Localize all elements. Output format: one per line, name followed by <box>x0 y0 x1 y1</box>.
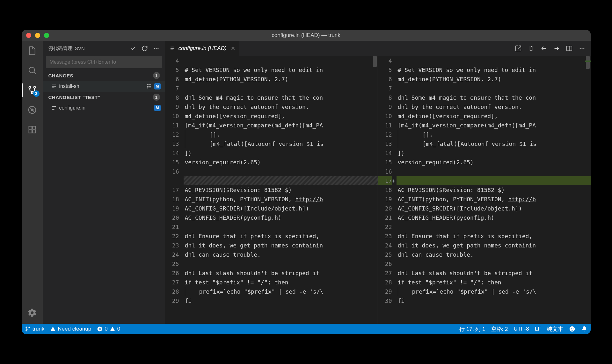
editor-tab-configure-in[interactable]: configure.in (HEAD) <box>165 41 240 56</box>
scm-sidebar: 源代码管理: SVN CHANGES 1 ins <box>43 41 165 324</box>
file-status-badge: M <box>154 83 161 89</box>
maximize-window-button[interactable] <box>44 33 49 38</box>
changes-label: CHANGES <box>48 73 153 78</box>
svg-point-10 <box>154 48 155 49</box>
commit-action-icon[interactable] <box>129 44 138 53</box>
svg-rect-9 <box>33 130 35 133</box>
editor-actions <box>510 41 591 56</box>
svg-point-14 <box>147 86 148 87</box>
language-indicator[interactable]: 纯文本 <box>547 325 563 333</box>
changelist-count-badge: 1 <box>153 94 160 101</box>
file-name: install-sh <box>59 83 143 89</box>
refresh-action-icon[interactable] <box>140 44 149 53</box>
titlebar: configure.in (HEAD) — trunk <box>22 30 591 41</box>
file-status-badge: M <box>154 105 161 111</box>
left-gutter: 4567891011121314151617181920212223242526… <box>165 56 184 324</box>
close-tab-icon[interactable] <box>230 45 236 52</box>
svg-point-5 <box>31 109 33 111</box>
split-editor-icon[interactable] <box>565 44 573 53</box>
editor-tabs: configure.in (HEAD) <box>165 41 591 56</box>
svg-point-18 <box>581 48 582 49</box>
encoding-indicator[interactable]: UTF-8 <box>514 326 529 332</box>
more-editor-actions-icon[interactable] <box>578 44 586 53</box>
svg-point-2 <box>33 86 35 88</box>
statusbar: trunk Need cleanup 0 0 行 17, 列 1 空格: 2 U… <box>22 324 591 334</box>
svg-point-15 <box>147 88 148 88</box>
file-row-install-sh[interactable]: install-sh M <box>43 81 165 92</box>
settings-gear-icon[interactable] <box>27 307 38 318</box>
changelist-label: CHANGELIST "TEST" <box>48 95 153 100</box>
close-window-button[interactable] <box>26 33 31 38</box>
svg-rect-7 <box>33 126 35 129</box>
activity-bar: 2 <box>22 41 43 324</box>
diff-right-pane[interactable]: 4567891011121314151617+18192021222324252… <box>378 56 591 324</box>
branch-indicator[interactable]: trunk <box>25 326 45 332</box>
feedback-icon[interactable] <box>569 326 575 332</box>
tab-label: configure.in (HEAD) <box>178 45 227 52</box>
changelist-icon[interactable] <box>146 83 152 89</box>
app-window: configure.in (HEAD) — trunk 2 <box>22 30 591 334</box>
main-area: 2 源代码管理: SVN <box>22 41 591 324</box>
open-file-icon[interactable] <box>514 44 522 53</box>
traffic-lights <box>26 33 49 38</box>
changes-count-badge: 1 <box>153 72 160 79</box>
svg-rect-6 <box>29 126 32 129</box>
svg-point-17 <box>579 48 580 49</box>
file-name: configure.in <box>59 105 152 111</box>
svg-point-26 <box>572 328 573 329</box>
diff-left-pane[interactable]: 4567891011121314151617181920212223242526… <box>165 56 378 324</box>
svg-point-22 <box>26 330 27 331</box>
left-code[interactable]: # Set VERSION so we only need to edit in… <box>184 56 378 324</box>
editor-group: configure.in (HEAD) <box>165 41 591 324</box>
svg-rect-8 <box>29 130 32 133</box>
file-lines-icon <box>51 105 57 111</box>
commit-message-input[interactable] <box>46 56 162 68</box>
svg-point-19 <box>583 48 584 49</box>
file-lines-icon <box>51 83 57 89</box>
svg-point-21 <box>29 327 30 328</box>
more-actions-icon[interactable] <box>152 44 161 53</box>
svg-point-3 <box>31 92 33 94</box>
file-row-configure-in[interactable]: configure.in M <box>43 103 165 113</box>
cursor-position[interactable]: 行 17, 列 1 <box>459 325 485 333</box>
scm-sidebar-header: 源代码管理: SVN <box>43 41 165 56</box>
warning-count: 0 <box>117 326 120 332</box>
problems-indicator[interactable]: 0 0 <box>97 326 120 332</box>
changes-section-header[interactable]: CHANGES 1 <box>43 70 165 81</box>
indent-indicator[interactable]: 空格: 2 <box>491 325 508 333</box>
source-control-tab[interactable]: 2 <box>27 85 38 96</box>
svg-point-11 <box>156 48 157 49</box>
prev-change-icon[interactable] <box>540 44 548 53</box>
svg-point-13 <box>147 84 148 85</box>
whitespace-icon[interactable] <box>527 44 535 53</box>
svg-point-1 <box>29 86 31 88</box>
debug-tab[interactable] <box>27 104 38 115</box>
right-code[interactable]: # Set VERSION so we only need to edit in… <box>397 56 591 324</box>
extensions-tab[interactable] <box>27 124 38 135</box>
scm-title: 源代码管理: SVN <box>48 46 126 52</box>
diff-editor: 4567891011121314151617181920212223242526… <box>165 56 591 324</box>
svg-point-12 <box>157 48 158 49</box>
search-tab[interactable] <box>27 65 38 76</box>
left-scrollbar[interactable] <box>372 56 378 324</box>
notifications-icon[interactable] <box>581 326 587 332</box>
svg-point-24 <box>569 326 575 332</box>
changelist-section-header[interactable]: CHANGELIST "TEST" 1 <box>43 92 165 103</box>
error-count: 0 <box>105 326 107 332</box>
svg-point-25 <box>571 328 572 329</box>
scm-badge: 2 <box>33 90 40 97</box>
explorer-tab[interactable] <box>27 45 38 56</box>
branch-name: trunk <box>33 326 45 332</box>
svg-point-0 <box>29 67 35 73</box>
eol-indicator[interactable]: LF <box>535 326 541 332</box>
minimize-window-button[interactable] <box>35 33 40 38</box>
svg-point-20 <box>26 327 27 328</box>
cleanup-label: Need cleanup <box>58 326 91 332</box>
window-title: configure.in (HEAD) — trunk <box>22 32 591 39</box>
cleanup-indicator[interactable]: Need cleanup <box>50 326 91 332</box>
right-gutter: 4567891011121314151617+18192021222324252… <box>378 56 397 324</box>
next-change-icon[interactable] <box>552 44 561 53</box>
overview-ruler[interactable] <box>585 56 591 324</box>
